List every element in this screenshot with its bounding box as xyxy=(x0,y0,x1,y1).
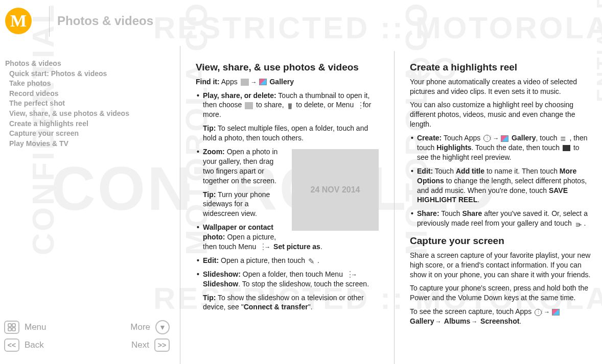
toc-item[interactable]: Create a highlights reel xyxy=(5,119,169,129)
page-title: Photos & videos xyxy=(57,14,153,28)
toc-item[interactable]: Record videos xyxy=(5,89,169,99)
list-item: Share: Touch Share after you've saved it… xyxy=(410,209,593,228)
apps-icon xyxy=(241,79,249,86)
paragraph: You can also customize a highlight reel … xyxy=(410,100,593,129)
menu-dots-icon xyxy=(259,244,262,251)
sidebar: Photos & videos Quick start: Photos & vi… xyxy=(0,46,174,364)
gallery-icon xyxy=(501,135,508,142)
column-right: Create a highlights reel Your phone auto… xyxy=(401,51,602,364)
toc-item[interactable]: Capture your screen xyxy=(5,129,169,139)
list-item: Play, share, or delete: Touch a thumbnai… xyxy=(196,91,379,143)
list-item: Edit: Touch Add title to name it. Then t… xyxy=(410,166,593,205)
header-divider xyxy=(49,6,50,37)
svg-rect-3 xyxy=(12,328,15,331)
gallery-icon xyxy=(552,309,560,316)
paragraph: Share a screen capture of your favorite … xyxy=(410,251,593,280)
paragraph: Your phone automatically creates a video… xyxy=(410,77,593,96)
toc-item[interactable]: The perfect shot xyxy=(5,99,169,109)
svg-rect-2 xyxy=(8,328,11,331)
next-button-icon[interactable]: >> xyxy=(154,338,170,352)
back-label[interactable]: Back xyxy=(25,340,44,350)
toc-item[interactable]: Play Movies & TV xyxy=(5,139,169,149)
share-icon xyxy=(575,221,583,228)
svg-rect-0 xyxy=(8,324,11,327)
apps-circle-icon xyxy=(535,309,542,316)
list-item: Edit: Open a picture, then touch . xyxy=(196,256,379,265)
menu-dots-icon xyxy=(346,271,349,278)
movie-icon xyxy=(563,145,570,151)
more-label[interactable]: More xyxy=(130,322,150,332)
apps-circle-icon xyxy=(483,135,491,142)
trash-icon xyxy=(287,102,293,109)
column-divider xyxy=(394,51,395,364)
find-it-line: Find it: Apps → Gallery xyxy=(196,77,379,87)
toc-item[interactable]: Photos & videos xyxy=(5,59,169,69)
more-down-icon[interactable]: ▼ xyxy=(155,320,170,334)
menu-dots-icon xyxy=(357,102,360,109)
section-heading: Capture your screen xyxy=(410,234,593,248)
menu-label[interactable]: Menu xyxy=(25,322,47,332)
section-heading: Create a highlights reel xyxy=(410,61,593,74)
list-item: Slideshow: Open a folder, then touch Men… xyxy=(196,270,379,312)
svg-rect-1 xyxy=(12,324,15,327)
paragraph: To see the screen capture, touch Apps → … xyxy=(410,307,593,326)
section-heading: View, share, & use photos & videos xyxy=(196,61,379,74)
toc-item[interactable]: Take photos xyxy=(5,79,169,89)
list-item: Zoom: Open a photo in your gallery, then… xyxy=(196,147,379,219)
toc-item[interactable]: View, share, & use photos & videos xyxy=(5,109,169,119)
list-item: Wallpaper or contact photo: Open a pictu… xyxy=(196,223,379,252)
next-label[interactable]: Next xyxy=(131,340,149,350)
motorola-logo: M xyxy=(5,8,32,34)
header: M Photos & videos xyxy=(0,0,602,42)
table-of-contents: Photos & videos Quick start: Photos & vi… xyxy=(5,59,169,149)
edit-icon xyxy=(308,257,316,264)
menu-grid-icon[interactable] xyxy=(4,321,19,334)
toc-item[interactable]: Quick start: Photos & videos xyxy=(5,69,169,79)
footer-nav: Menu More ▼ << Back Next >> xyxy=(4,318,170,354)
share-box-icon xyxy=(245,102,253,109)
column-divider xyxy=(180,46,180,364)
main-content: View, share, & use photos & videos Find … xyxy=(187,46,602,364)
menu-bars-icon xyxy=(560,135,568,142)
column-left: View, share, & use photos & videos Find … xyxy=(187,51,388,364)
list-item: Create: Touch Apps → Gallery, touch , th… xyxy=(410,133,593,162)
gallery-icon xyxy=(259,79,267,85)
back-button-icon[interactable]: << xyxy=(4,338,19,352)
paragraph: To capture your phone's screen, press an… xyxy=(410,283,593,303)
